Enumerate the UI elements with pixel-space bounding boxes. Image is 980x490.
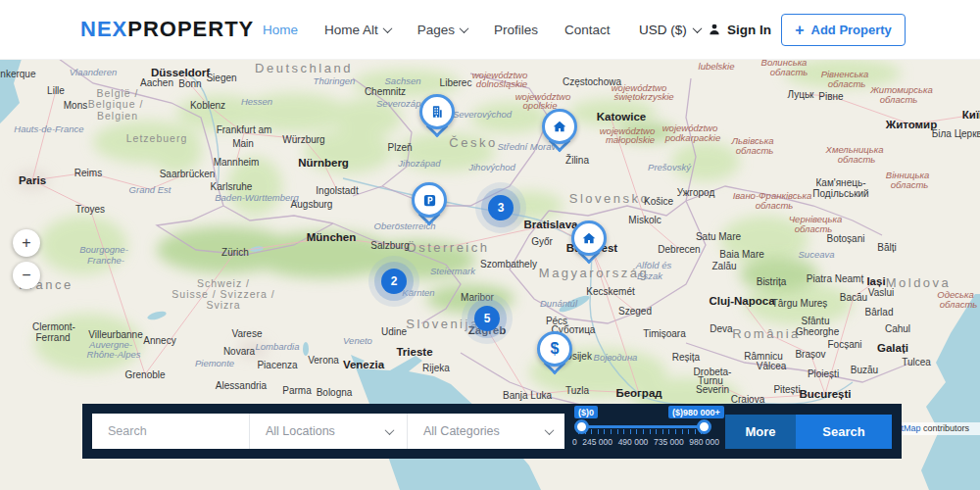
currency-select[interactable]: USD ($) <box>639 0 701 59</box>
map-pin-building[interactable] <box>419 94 455 145</box>
add-property-button[interactable]: + Add Property <box>781 14 906 46</box>
chevron-down-icon <box>460 24 469 33</box>
main-nav: HomeHome AltPagesProfilesContact <box>263 0 611 59</box>
nav-item-profiles[interactable]: Profiles <box>494 23 538 37</box>
price-min-badge: ($)0 <box>574 406 598 418</box>
price-slider-track[interactable] <box>578 425 707 428</box>
user-icon <box>708 23 721 36</box>
category-select[interactable]: All Categories <box>408 414 566 449</box>
attribution-text: contributors <box>921 423 970 433</box>
price-tick: 0 <box>572 437 577 447</box>
chevron-down-icon <box>545 425 555 435</box>
map-cluster[interactable]: 2 <box>381 269 407 294</box>
price-slider-ticks <box>578 429 707 434</box>
zoom-in-button[interactable]: + <box>13 229 40 257</box>
map-pin-home[interactable] <box>571 220 607 271</box>
map-pin-dollar[interactable]: $ <box>537 331 572 382</box>
building-icon <box>430 105 444 119</box>
zoom-out-button[interactable]: − <box>13 262 40 289</box>
price-tick: 735 000 <box>654 437 684 447</box>
map-cluster[interactable]: 3 <box>488 195 514 220</box>
price-tick: 245 000 <box>582 437 612 447</box>
search-input[interactable] <box>92 415 249 448</box>
home-icon <box>581 230 597 246</box>
nav-item-contact[interactable]: Contact <box>564 23 611 37</box>
price-max-badge: ($)980 000+ <box>668 406 724 418</box>
home-icon <box>552 119 567 134</box>
price-slider-handle-min[interactable] <box>574 419 589 434</box>
page: DeutschlandČeskoÖsterreichSlovenskoMagya… <box>0 0 980 490</box>
chevron-down-icon <box>382 24 392 33</box>
map-cluster[interactable]: 5 <box>474 306 500 331</box>
plus-icon: + <box>795 23 804 38</box>
search-button[interactable]: Search <box>796 415 892 449</box>
location-select[interactable]: All Locations <box>250 414 407 449</box>
nav-item-pages[interactable]: Pages <box>417 23 467 37</box>
search-fields: All Locations All Categories <box>92 414 564 449</box>
chevron-down-icon <box>385 425 395 435</box>
price-tick: 980 000 <box>689 437 719 447</box>
sign-in-button[interactable]: Sign In <box>708 0 771 59</box>
nav-item-home-alt[interactable]: Home Alt <box>324 23 391 37</box>
logo[interactable]: NEXPROPERTY <box>80 17 254 42</box>
price-tick: 490 000 <box>618 437 649 447</box>
dollar-icon: $ <box>551 340 560 358</box>
header: NEXPROPERTY HomeHome AltPagesProfilesCon… <box>0 0 980 60</box>
parking-icon <box>422 193 437 208</box>
map-pin-home[interactable] <box>542 109 577 160</box>
nav-item-home[interactable]: Home <box>263 23 298 37</box>
price-tick-labels: 0245 000490 000735 000980 000 <box>572 437 719 447</box>
more-button[interactable]: More <box>725 415 796 449</box>
price-slider-handle-max[interactable] <box>697 419 711 434</box>
search-panel: All Locations All Categories ($)0 ($)980… <box>82 404 902 459</box>
map-pin-parking[interactable] <box>412 182 447 233</box>
chevron-down-icon <box>692 24 702 33</box>
